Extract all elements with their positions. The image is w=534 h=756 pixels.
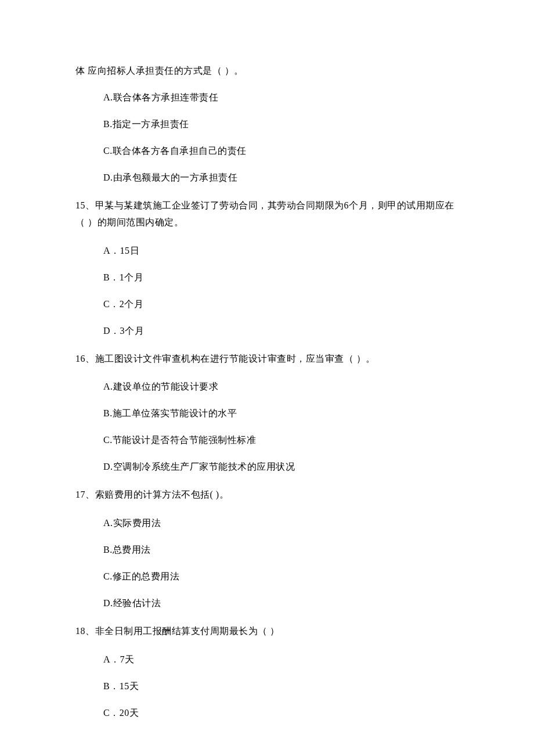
option-16-a: A.建设单位的节能设计要求: [103, 380, 459, 394]
question-16-text: 16、施工图设计文件审查机构在进行节能设计审查时，应当审查（ ）。: [75, 351, 459, 368]
option-17-d: D.经验估计法: [103, 596, 459, 610]
question-17-options: A.实际费用法 B.总费用法 C.修正的总费用法 D.经验估计法: [75, 516, 459, 610]
option-14-a: A.联合体各方承担连带责任: [103, 91, 459, 105]
question-16-options: A.建设单位的节能设计要求 B.施工单位落实节能设计的水平 C.节能设计是否符合…: [75, 380, 459, 474]
option-15-b: B．1个月: [103, 271, 459, 285]
question-15-options: A．15日 B．1个月 C．2个月 D．3个月: [75, 244, 459, 338]
question-14-continuation: 体 应向招标人承担责任的方式是（ ）。: [75, 64, 459, 78]
option-16-c: C.节能设计是否符合节能强制性标准: [103, 433, 459, 447]
option-14-b: B.指定一方承担责任: [103, 117, 459, 131]
option-15-c: C．2个月: [103, 297, 459, 311]
option-15-d: D．3个月: [103, 324, 459, 338]
option-14-c: C.联合体各方各自承担自己的责任: [103, 144, 459, 158]
option-18-b: B．15天: [103, 679, 459, 693]
question-17-text: 17、索赔费用的计算方法不包括( )。: [75, 487, 459, 503]
question-18-text: 18、非全日制用工报酬结算支付周期最长为（ ）: [75, 623, 459, 640]
option-15-a: A．15日: [103, 244, 459, 258]
option-16-d: D.空调制冷系统生产厂家节能技术的应用状况: [103, 460, 459, 474]
option-17-b: B.总费用法: [103, 543, 459, 557]
option-17-a: A.实际费用法: [103, 516, 459, 530]
question-14-options: A.联合体各方承担连带责任 B.指定一方承担责任 C.联合体各方各自承担自己的责…: [75, 91, 459, 185]
option-18-a: A．7天: [103, 653, 459, 667]
question-18-options: A．7天 B．15天 C．20天: [75, 653, 459, 720]
question-15-text: 15、甲某与某建筑施工企业签订了劳动合同，其劳动合同期限为6个月，则甲的试用期应…: [75, 197, 459, 231]
option-16-b: B.施工单位落实节能设计的水平: [103, 406, 459, 420]
option-18-c: C．20天: [103, 706, 459, 720]
option-14-d: D.由承包额最大的一方承担责任: [103, 171, 459, 185]
option-17-c: C.修正的总费用法: [103, 570, 459, 584]
